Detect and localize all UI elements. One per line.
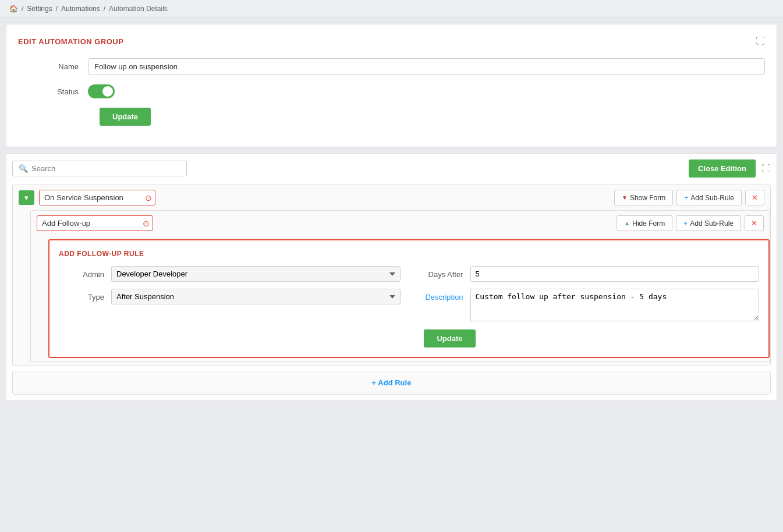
sub-rule-type-select[interactable]: Add Follow-up [37, 215, 153, 231]
update-row: Update [18, 108, 765, 126]
edit-section-title: EDIT AUTOMATION GROUP [18, 37, 123, 46]
type-field-group: Type After Suspension [59, 289, 401, 321]
follow-up-form-submit-row: Update [59, 329, 759, 347]
edit-automation-card: EDIT AUTOMATION GROUP ⛶ Name Status Upda… [6, 24, 777, 147]
rule-select-wrap: On Service Suspension ⊙ [39, 190, 155, 205]
days-after-input[interactable] [470, 266, 760, 282]
breadcrumb-settings[interactable]: Settings [27, 5, 52, 13]
days-after-field-group: Days After [418, 266, 760, 282]
search-wrap: 🔍 [12, 161, 187, 176]
sub-rule-add-followup: Add Follow-up ⊙ ▲ Hide Form + Add Sub-Ru… [30, 210, 770, 362]
delete-sub-rule-button[interactable]: ✕ [745, 215, 764, 231]
name-label: Name [18, 62, 88, 71]
follow-up-update-button[interactable]: Update [424, 329, 475, 347]
delete-rule-button[interactable]: ✕ [745, 190, 764, 205]
breadcrumb: 🏠 / Settings / Automations / Automation … [0, 0, 783, 18]
add-sub-rule-button[interactable]: + Add Sub-Rule [676, 190, 742, 205]
breadcrumb-sep3: / [104, 5, 105, 13]
follow-up-form-title: ADD FOLLOW-UP RULE [59, 250, 759, 258]
breadcrumb-sep2: / [56, 5, 58, 13]
sub-rule-add-subrule-button[interactable]: + Add Sub-Rule [676, 215, 741, 231]
add-rule-button[interactable]: + Add Rule [372, 378, 412, 387]
follow-up-form-grid: Admin Developer Developer Days After [59, 266, 759, 321]
rule-collapse-button[interactable]: ▾ [19, 190, 34, 205]
sub-rule-select-wrap: Add Follow-up ⊙ [37, 215, 153, 231]
type-select[interactable]: After Suspension [111, 289, 401, 304]
breadcrumb-automations[interactable]: Automations [61, 5, 100, 13]
description-field-group: Description Custom follow up after suspe… [418, 289, 760, 321]
sub-rule-actions: ▲ Hide Form + Add Sub-Rule ✕ [617, 215, 764, 231]
search-input[interactable] [31, 164, 180, 173]
name-input[interactable] [88, 58, 765, 75]
home-icon: 🏠 [9, 5, 18, 13]
add-rule-row: + Add Rule [12, 371, 771, 395]
rule-actions: ▼ Show Form + Add Sub-Rule ✕ [614, 190, 764, 205]
status-row: Status [18, 84, 765, 98]
editor-toolbar: 🔍 Close Edition ⛶ [12, 159, 771, 178]
follow-up-form: ADD FOLLOW-UP RULE Admin Developer Devel… [48, 239, 770, 358]
admin-label: Admin [59, 266, 111, 279]
close-edition-button[interactable]: Close Edition [689, 159, 756, 178]
edit-section-header: EDIT AUTOMATION GROUP ⛶ [18, 36, 765, 47]
status-toggle[interactable] [88, 84, 115, 98]
admin-select[interactable]: Developer Developer [111, 266, 401, 282]
rule-row-header: ▾ On Service Suspension ⊙ ▼ Show Form + … [13, 185, 770, 210]
type-label: Type [59, 289, 111, 302]
breadcrumb-current: Automation Details [109, 5, 168, 13]
description-label: Description [418, 289, 470, 302]
admin-field-group: Admin Developer Developer [59, 266, 401, 282]
name-row: Name [18, 58, 765, 75]
editor-card: 🔍 Close Edition ⛶ ▾ On Service Suspensio… [6, 153, 777, 401]
add-subrule-plus-icon: + [684, 194, 688, 202]
days-after-label: Days After [418, 266, 470, 279]
sub-rule-plus-icon: + [683, 219, 688, 228]
breadcrumb-sep: / [22, 5, 23, 13]
fullscreen-icon[interactable]: ⛶ [756, 36, 765, 47]
show-form-arrow-icon: ▼ [622, 194, 628, 201]
editor-fullscreen-icon[interactable]: ⛶ [761, 164, 771, 174]
rule-row-service-suspension: ▾ On Service Suspension ⊙ ▼ Show Form + … [12, 185, 771, 366]
status-label: Status [18, 87, 88, 96]
description-textarea[interactable]: Custom follow up after suspension - 5 da… [470, 289, 760, 321]
sub-rule-header: Add Follow-up ⊙ ▲ Hide Form + Add Sub-Ru… [31, 211, 770, 236]
rule-type-select[interactable]: On Service Suspension [39, 190, 155, 205]
update-button[interactable]: Update [100, 108, 151, 126]
hide-form-arrow-icon: ▲ [624, 220, 630, 226]
show-form-button[interactable]: ▼ Show Form [614, 190, 673, 205]
editor-toolbar-right: Close Edition ⛶ [689, 159, 771, 178]
search-icon: 🔍 [19, 164, 28, 173]
hide-form-button[interactable]: ▲ Hide Form [617, 215, 672, 231]
